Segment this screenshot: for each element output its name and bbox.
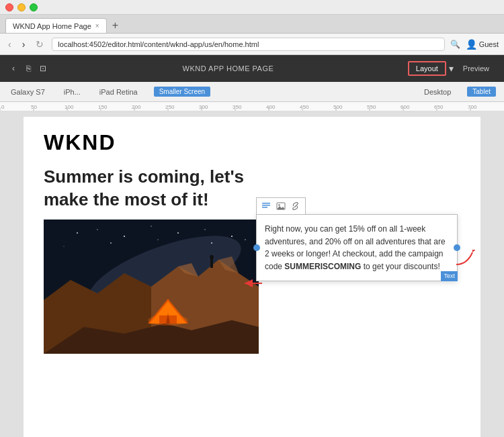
svg-point-37 [231,236,233,237]
forward-button[interactable]: › [19,38,28,51]
text-align-icon[interactable] [259,199,273,213]
address-bar: ‹ › ↻ 🔍 👤 Guest [0,34,504,55]
hero-image [44,220,259,354]
callout-box[interactable]: Right now, you can get 15% off on all 1-… [256,214,458,281]
viewport-bar: Galaxy S7 iPh... iPad Retina Smaller Scr… [0,82,504,102]
back-nav-icon[interactable]: ‹ [8,63,19,74]
monitor-icon[interactable]: ⎘ [23,63,34,74]
svg-text:650: 650 [434,104,444,110]
svg-rect-54 [210,258,213,268]
ruler: 0 50 100 150 200 250 300 350 400 450 [0,102,504,111]
svg-text:200: 200 [132,104,141,110]
svg-point-38 [63,246,64,246]
hero-title: Summer is coming, let's make the most of… [44,166,272,211]
search-icon: 🔍 [450,40,460,49]
page-title: WKND APP HOME PAGE [183,64,274,72]
back-button[interactable]: ‹ [5,38,14,51]
ipad-viewport[interactable]: iPad Retina [97,87,140,97]
svg-point-60 [278,204,280,205]
callout-code: SUMMERISCOMING [284,262,361,271]
user-icon: 👤 [466,39,477,50]
tablet-highlight[interactable]: Tablet [467,87,496,97]
user-button[interactable]: 👤 Guest [466,39,499,50]
svg-text:50: 50 [31,104,37,110]
layout-button[interactable]: Layout [408,61,446,76]
page-content-area: WKND Summer is coming, let's make the mo… [24,117,480,437]
svg-text:450: 450 [300,104,309,110]
svg-text:600: 600 [401,104,410,110]
smaller-screen-highlight[interactable]: Smaller Screen [154,87,210,97]
new-tab-button[interactable]: + [107,18,124,33]
text-badge: Text [441,271,458,282]
svg-point-40 [157,239,158,240]
svg-text:250: 250 [165,104,175,110]
svg-rect-56 [262,203,270,204]
traffic-lights-bar [0,0,504,15]
fullscreen-button[interactable] [30,3,38,11]
svg-text:700: 700 [468,104,477,110]
svg-text:100: 100 [65,104,74,110]
address-input[interactable] [52,38,444,51]
link-icon[interactable] [289,199,302,213]
svg-text:500: 500 [333,104,343,110]
svg-text:300: 300 [199,104,208,110]
svg-point-39 [110,242,112,244]
close-button[interactable] [5,3,13,11]
aem-toolbar: ‹ ⎘ ⊡ WKND APP HOME PAGE Layout ▾ Previe… [0,55,504,82]
preview-button[interactable]: Preview [456,62,496,75]
svg-text:350: 350 [233,104,242,110]
svg-point-33 [124,236,125,237]
crop-icon[interactable]: ⊡ [38,63,48,74]
svg-point-55 [210,255,214,259]
tab-title: WKND App Home Page [13,22,91,30]
page-canvas: WKND Summer is coming, let's make the mo… [0,111,504,437]
svg-text:150: 150 [98,104,108,110]
ruler-marks: 0 50 100 150 200 250 300 350 400 450 [0,102,504,111]
svg-rect-57 [262,205,270,206]
svg-text:400: 400 [266,104,276,110]
right-arrow [454,250,475,269]
svg-point-31 [77,232,78,234]
callout-toolbar [256,197,306,214]
minimize-button[interactable] [17,3,26,11]
left-arrow [242,277,263,293]
svg-rect-58 [262,207,267,208]
svg-point-32 [97,229,98,230]
svg-text:0: 0 [1,104,5,110]
svg-point-36 [204,229,206,230]
svg-point-35 [177,232,179,234]
svg-marker-61 [277,206,285,209]
layout-dropdown-icon[interactable]: ▾ [449,63,454,74]
browser-tab-active[interactable]: WKND App Home Page × [5,18,107,33]
guest-label: Guest [479,40,499,48]
svg-point-53 [148,315,188,326]
desktop-viewport[interactable]: Desktop [424,88,451,96]
refresh-button[interactable]: ↻ [33,38,46,51]
svg-point-34 [151,226,151,226]
wknd-logo: WKND [44,130,460,155]
aem-left-icons: ‹ ⎘ ⊡ [8,63,48,74]
aem-right-buttons: Layout ▾ Preview [408,61,496,76]
iphone-viewport[interactable]: iPh... [61,87,83,97]
left-handle[interactable] [253,244,260,251]
browser-tab-bar: WKND App Home Page × + [0,15,504,34]
image-icon[interactable] [274,199,288,213]
tab-close-icon[interactable]: × [95,22,99,30]
callout-text: Right now, you can get 15% off on all 1-… [265,223,449,273]
svg-point-42 [245,239,246,240]
svg-text:550: 550 [367,104,376,110]
galaxy-viewport[interactable]: Galaxy S7 [8,87,48,97]
